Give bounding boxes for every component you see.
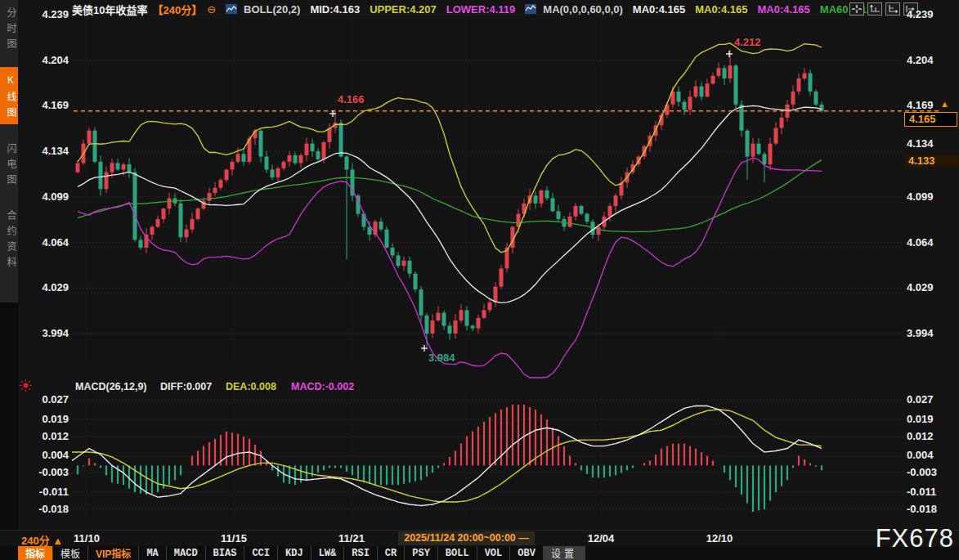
trading-app-window: { "sidebar": { "tabs": [ {"label": "分时图"… — [0, 0, 959, 560]
toolbar-button-KDJ[interactable]: KDJ — [278, 546, 311, 560]
toolbar-button-PSY[interactable]: PSY — [405, 546, 438, 560]
price-axis-label: 4.204 — [18, 54, 69, 67]
macd-name: MACD(26,12,9) — [75, 381, 147, 392]
time-tick-label: 12/10 — [706, 532, 733, 544]
ma-value-1: MA0:4.165 — [633, 3, 685, 16]
toolbar-button-MA[interactable]: MA — [139, 546, 166, 560]
macd-axis-label: -0.011 — [907, 486, 957, 499]
toolbar-button-OBV[interactable]: OBV — [510, 546, 544, 560]
price-axis-label: 3.994 — [18, 327, 69, 340]
macd-axis-label: 0.027 — [907, 393, 957, 406]
axis-scale-right-icon[interactable] — [885, 2, 900, 16]
macd-axis-label: -0.018 — [18, 503, 69, 516]
boll-upper: UPPER:4.207 — [370, 3, 437, 16]
price-axis-label: 4.064 — [18, 236, 69, 249]
boll-mid: MID:4.163 — [310, 3, 360, 16]
price-axis-label: 4.239 — [907, 8, 957, 21]
macd-axis-label: 0.019 — [907, 413, 957, 426]
sidebar-tab-2[interactable]: K线图 — [0, 67, 18, 124]
toolbar-button-MACD[interactable]: MACD — [167, 546, 206, 560]
toolbar-button-VIP指标[interactable]: VIP指标 — [88, 546, 139, 560]
boll-name: BOLL(20,2) — [244, 3, 300, 16]
macd-hist-value: MACD:-0.002 — [291, 381, 354, 392]
sidebar-tab-3[interactable]: 闪电图 — [0, 136, 18, 191]
period-label: 【240分】 — [152, 2, 202, 17]
toolbar-button-指标[interactable]: 指标 — [18, 546, 53, 560]
toolbar-button-RSI[interactable]: RSI — [344, 546, 378, 560]
price-axis-label: 4.099 — [18, 190, 69, 204]
ma-value-2: MA0:4.165 — [695, 3, 747, 16]
macd-axis-label: 0.012 — [907, 430, 957, 443]
time-tick-label: 11/10 — [74, 532, 100, 544]
watermark: FX678 — [876, 524, 954, 553]
macd-diff-value: DIFF:0.007 — [160, 381, 212, 392]
ma-name: MA(0,0,0,60,0,0) — [543, 3, 623, 16]
circled-minus-icon[interactable]: ⊖ — [207, 3, 216, 16]
toolbar-button-CR[interactable]: CR — [378, 546, 405, 560]
current-price-badge: 4.165 — [904, 112, 957, 127]
macd-axis-label: 0.027 — [18, 393, 69, 406]
price-axis-label: 4.134 — [18, 145, 69, 158]
price-axis-label: 4.204 — [907, 54, 957, 67]
toolbar-button-BIAS[interactable]: BIAS — [206, 546, 245, 560]
price-annotation: 4.212 — [734, 36, 761, 48]
ma-values: MA0:4.165MA0:4.165MA0:4.165MA60:4.135 — [633, 3, 878, 16]
price-axis-label: 4.169 — [907, 99, 957, 112]
sidebar: 分时图K线图闪电图合约资料 — [0, 0, 18, 560]
chart-canvas[interactable] — [0, 0, 959, 560]
indicator-readout-bar: 美债10年收益率 【240分】 ⊖ BOLL(20,2) MID:4.163 U… — [72, 2, 897, 16]
symbol-title: 美债10年收益率 — [72, 2, 147, 17]
boll-lower: LOWER:4.119 — [446, 3, 516, 16]
alert-icon — [20, 379, 32, 392]
macd-axis-label: 0.019 — [18, 413, 69, 426]
price-axis-label: 4.099 — [907, 190, 957, 204]
time-axis: 240分 ▲ 11/1011/1511/2112/0412/10 2025/11… — [0, 530, 959, 547]
toolbar-button-VOL[interactable]: VOL — [477, 546, 511, 560]
mini-chart-icon — [226, 4, 237, 14]
price-axis-label: 4.029 — [18, 281, 69, 294]
price-annotation: 3.984 — [428, 352, 455, 364]
time-tick-label: 11/15 — [221, 532, 247, 544]
toolbar-button-CCI[interactable]: CCI — [244, 546, 278, 560]
macd-axis-label: 0.004 — [18, 449, 69, 462]
macd-axis-label: 0.004 — [907, 449, 957, 462]
price-axis-label: 3.994 — [907, 327, 957, 340]
macd-axis-label: -0.018 — [907, 503, 957, 516]
axis-scale-up-icon[interactable] — [867, 2, 882, 16]
mini-chart-icon — [525, 4, 536, 14]
macd-dea-value: DEA:0.008 — [226, 381, 276, 392]
time-range-highlight: 2025/11/24 20:00~00:00 — — [398, 531, 535, 545]
ma-value-3: MA0:4.165 — [757, 3, 809, 16]
toolbar-button-模板[interactable]: 模板 — [53, 546, 88, 560]
price-axis-label: 4.029 — [907, 281, 957, 294]
crosshair-tool-icon[interactable] — [849, 2, 864, 16]
toolbar-button-BOLL[interactable]: BOLL — [438, 546, 477, 560]
sidebar-tab-1[interactable]: 分时图 — [0, 0, 18, 56]
toolbar-button-设置[interactable]: 设置 — [544, 546, 585, 560]
price-axis-label: 4.169 — [18, 99, 69, 112]
macd-axis-label: -0.003 — [18, 466, 69, 479]
time-tick-label: 11/21 — [338, 532, 365, 544]
indicator-toolbar: 指标模板VIP指标MAMACDBIASCCIKDJLW&RSICRPSYBOLL… — [0, 546, 959, 560]
macd-axis-label: 0.012 — [18, 430, 69, 443]
sidebar-tab-4[interactable]: 合约资料 — [0, 203, 18, 274]
macd-axis-label: -0.003 — [907, 466, 957, 479]
price-annotation: 4.166 — [338, 93, 365, 105]
price-axis-label: 4.134 — [907, 137, 957, 150]
price-axis-label: 4.064 — [907, 236, 957, 249]
macd-axis-label: -0.011 — [18, 486, 69, 499]
ma60-price-badge: 4.133 — [904, 155, 959, 168]
time-tick-label: 12/04 — [588, 532, 615, 544]
toolbar-button-LW&[interactable]: LW& — [311, 546, 345, 560]
toolbar-spacer — [0, 546, 18, 560]
price-axis-label: 4.239 — [18, 8, 69, 21]
